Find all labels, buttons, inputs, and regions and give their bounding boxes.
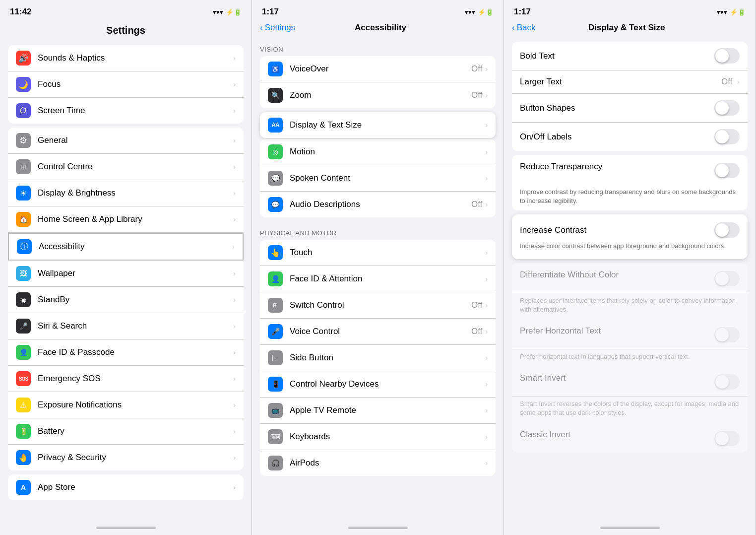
siri-chevron: › bbox=[233, 322, 236, 330]
app-store-icon: A bbox=[16, 480, 31, 495]
onoff-labels-toggle[interactable] bbox=[714, 129, 740, 144]
accessibility-row-voice-control[interactable]: 🎤 Voice Control Off › bbox=[260, 319, 496, 345]
accessibility-row-apple-tv[interactable]: 📺 Apple TV Remote › bbox=[260, 398, 496, 424]
settings-row-wallpaper[interactable]: 🖼 Wallpaper › bbox=[8, 261, 244, 287]
accessibility-row-airpods[interactable]: 🎧 AirPods › bbox=[260, 450, 496, 476]
display-row-smart-invert[interactable]: Smart Invert bbox=[512, 366, 748, 397]
screen-time-icon: ⏱ bbox=[16, 103, 31, 118]
accessibility-row-spoken-content[interactable]: 💬 Spoken Content › bbox=[260, 165, 496, 192]
settings-row-screen-time[interactable]: ⏱ Screen Time › bbox=[8, 98, 244, 124]
settings-row-app-store[interactable]: A App Store › bbox=[8, 474, 244, 500]
settings-row-siri[interactable]: 🎤 Siri & Search › bbox=[8, 313, 244, 339]
panel3-back-button[interactable]: ‹ Back bbox=[512, 23, 535, 33]
settings-row-emergency[interactable]: SOS Emergency SOS › bbox=[8, 366, 244, 392]
display-row-prefer-horizontal[interactable]: Prefer Horizontal Text bbox=[512, 319, 748, 349]
face-id-label: Face ID & Passcode bbox=[38, 347, 233, 357]
touch-icon: 👆 bbox=[268, 245, 283, 260]
panel2-back-button[interactable]: ‹ Settings bbox=[260, 23, 295, 33]
settings-row-display[interactable]: ☀ Display & Brightness › bbox=[8, 180, 244, 206]
wifi-icon-2: ▾▾▾ bbox=[465, 8, 475, 16]
accessibility-chevron: › bbox=[232, 243, 235, 251]
settings-row-general[interactable]: ⚙ General › bbox=[8, 128, 244, 154]
differentiate-desc: Replaces user interface items that rely … bbox=[512, 293, 748, 319]
motion-label: Motion bbox=[290, 147, 485, 157]
larger-text-chevron: › bbox=[737, 78, 740, 86]
settings-row-accessibility[interactable]: ⓘ Accessibility › bbox=[8, 233, 244, 261]
bold-text-label: Bold Text bbox=[520, 51, 555, 61]
display-row-bold-text[interactable]: Bold Text bbox=[512, 42, 748, 70]
accessibility-row-control-nearby[interactable]: 📱 Control Nearby Devices › bbox=[260, 371, 496, 398]
settings-group-2: ⚙ General › ⊞ Control Centre › ☀ Display… bbox=[8, 128, 244, 470]
panel2-accessibility: 1:17 ▾▾▾ ⚡🔋 ‹ Settings Accessibility VIS… bbox=[252, 0, 504, 535]
display-row-differentiate[interactable]: Differentiate Without Color bbox=[512, 263, 748, 293]
privacy-icon: 🤚 bbox=[16, 450, 31, 465]
settings-group-3: A App Store › bbox=[8, 474, 244, 500]
control-centre-label: Control Centre bbox=[38, 162, 233, 172]
accessibility-row-voiceover[interactable]: ♿ VoiceOver Off › bbox=[260, 56, 496, 82]
bold-text-toggle[interactable] bbox=[714, 48, 740, 64]
vision-section-header: VISION bbox=[252, 38, 504, 56]
panel3-back-chevron-icon: ‹ bbox=[512, 23, 515, 33]
panel3-back-label: Back bbox=[517, 23, 536, 33]
display-row-reduce-transparency[interactable]: Reduce Transparency bbox=[512, 155, 748, 185]
display-group-2: Reduce Transparency Improve contrast by … bbox=[512, 155, 748, 210]
button-shapes-label: Button Shapes bbox=[520, 103, 575, 113]
settings-row-home-screen[interactable]: 🏠 Home Screen & App Library › bbox=[8, 206, 244, 233]
display-icon: ☀ bbox=[16, 186, 31, 201]
general-label: General bbox=[38, 135, 233, 145]
standby-icon: ◉ bbox=[16, 292, 31, 307]
accessibility-row-face-id-attention[interactable]: 👤 Face ID & Attention › bbox=[260, 266, 496, 292]
face-id-icon: 👤 bbox=[16, 345, 31, 360]
accessibility-row-keyboards[interactable]: ⌨ Keyboards › bbox=[260, 424, 496, 450]
exposure-icon: ⚠ bbox=[16, 398, 31, 412]
zoom-label: Zoom bbox=[290, 90, 471, 100]
larger-text-value-wrapper: Off › bbox=[721, 77, 740, 87]
accessibility-row-audio-descriptions[interactable]: 💬 Audio Descriptions Off › bbox=[260, 192, 496, 217]
battery-label: Battery bbox=[38, 426, 233, 436]
differentiate-toggle[interactable] bbox=[714, 271, 740, 286]
voiceover-chevron: › bbox=[485, 65, 488, 73]
control-nearby-icon: 📱 bbox=[268, 377, 283, 392]
voiceover-label: VoiceOver bbox=[290, 64, 471, 74]
settings-row-battery[interactable]: 🔋 Battery › bbox=[8, 418, 244, 445]
settings-row-privacy[interactable]: 🤚 Privacy & Security › bbox=[8, 445, 244, 470]
settings-row-standby[interactable]: ◉ StandBy › bbox=[8, 287, 244, 313]
wifi-icon-3: ▾▾▾ bbox=[717, 8, 727, 16]
face-id-attention-label: Face ID & Attention bbox=[290, 274, 485, 284]
settings-row-sounds[interactable]: 🔊 Sounds & Haptics › bbox=[8, 45, 244, 71]
settings-row-face-id[interactable]: 👤 Face ID & Passcode › bbox=[8, 339, 244, 366]
accessibility-row-display-text-size[interactable]: AA Display & Text Size › bbox=[260, 112, 496, 138]
touch-chevron: › bbox=[485, 249, 488, 257]
accessibility-row-touch[interactable]: 👆 Touch › bbox=[260, 240, 496, 266]
display-row-button-shapes[interactable]: Button Shapes bbox=[512, 94, 748, 123]
increase-contrast-toggle[interactable] bbox=[714, 222, 740, 238]
display-text-list: Bold Text Larger Text Off › Button Shape… bbox=[504, 38, 756, 523]
time-1: 11:42 bbox=[10, 7, 31, 17]
display-text-size-label: Display & Text Size bbox=[290, 120, 485, 130]
display-row-onoff-labels[interactable]: On/Off Labels bbox=[512, 123, 748, 151]
reduce-transparency-toggle[interactable] bbox=[714, 163, 740, 178]
button-shapes-toggle[interactable] bbox=[714, 100, 740, 116]
accessibility-row-side-button[interactable]: |← Side Button › bbox=[260, 345, 496, 371]
smart-invert-toggle[interactable] bbox=[714, 374, 740, 390]
exposure-label: Exposure Notifications bbox=[38, 400, 233, 410]
classic-invert-toggle[interactable] bbox=[714, 431, 740, 446]
switch-control-value: Off bbox=[471, 300, 482, 310]
focus-chevron: › bbox=[233, 80, 236, 88]
settings-row-exposure[interactable]: ⚠ Exposure Notifications › bbox=[8, 392, 244, 418]
display-row-classic-invert[interactable]: Classic Invert bbox=[512, 423, 748, 453]
keyboards-icon: ⌨ bbox=[268, 429, 283, 444]
settings-row-control-centre[interactable]: ⊞ Control Centre › bbox=[8, 154, 244, 180]
battery-icon-1: ⚡🔋 bbox=[226, 8, 242, 16]
accessibility-row-motion[interactable]: ◎ Motion › bbox=[260, 139, 496, 165]
display-row-larger-text[interactable]: Larger Text Off › bbox=[512, 70, 748, 94]
accessibility-row-switch-control[interactable]: ⊞ Switch Control Off › bbox=[260, 292, 496, 319]
general-icon: ⚙ bbox=[16, 133, 31, 148]
physical-group: 👆 Touch › 👤 Face ID & Attention › ⊞ Swit… bbox=[260, 240, 496, 476]
accessibility-row-zoom[interactable]: 🔍 Zoom Off › bbox=[260, 82, 496, 108]
vision-group-2: ◎ Motion › 💬 Spoken Content › 💬 Audio De… bbox=[260, 139, 496, 217]
prefer-horizontal-toggle[interactable] bbox=[714, 327, 740, 342]
classic-invert-label: Classic Invert bbox=[520, 430, 570, 440]
settings-row-focus[interactable]: 🌙 Focus › bbox=[8, 71, 244, 98]
prefer-horizontal-desc: Prefer horizontal text in languages that… bbox=[512, 349, 748, 366]
